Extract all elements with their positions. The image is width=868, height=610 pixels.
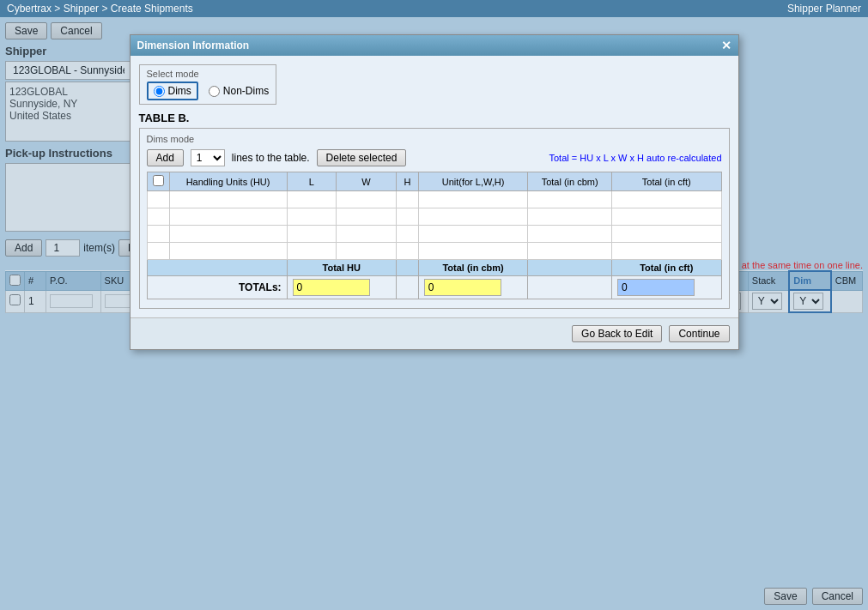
dim-empty-row-3	[147, 226, 721, 243]
dim-select-all[interactable]	[153, 175, 164, 186]
dims-mode-group: Dims mode Add 1235 lines to the table. D…	[139, 128, 730, 309]
dim-col-cft: Total (in cft)	[612, 172, 721, 191]
dim-col-hu: Handling Units (HU)	[169, 172, 287, 191]
top-bar-right: Shipper Planner	[787, 3, 861, 15]
modal-title: Dimension Information	[137, 39, 250, 51]
non-dims-radio-option[interactable]: Non-Dims	[209, 85, 269, 97]
formula-text: Total = HU x L x W x H auto re-calculate…	[549, 153, 721, 163]
dims-radio-option[interactable]: Dims	[147, 82, 198, 100]
modal-footer: Go Back to Edit Continue	[131, 317, 738, 349]
total-cbm-input[interactable]	[424, 279, 501, 296]
dim-empty-row-1	[147, 191, 721, 208]
dim-add-button[interactable]: Add	[147, 149, 184, 166]
select-mode-container: Select mode Dims Non-Dims	[139, 64, 730, 105]
modal-body: Select mode Dims Non-Dims	[131, 56, 738, 317]
dimension-modal: Dimension Information ✕ Select mode Dims	[130, 34, 739, 350]
continue-button[interactable]: Continue	[669, 325, 729, 342]
total-cbm-label: Total (in cbm)	[418, 260, 527, 276]
non-dims-radio-label: Non-Dims	[223, 85, 269, 97]
dim-col-l: L	[287, 172, 336, 191]
top-bar: Cybertrax > Shipper > Create Shipments S…	[0, 0, 868, 17]
delete-selected-dim-button[interactable]: Delete selected	[317, 149, 407, 166]
dims-radio-label: Dims	[168, 85, 191, 97]
total-cft-label: Total (in cft)	[612, 260, 721, 276]
radio-row: Dims Non-Dims	[147, 82, 270, 100]
planner-nav[interactable]: Planner	[826, 3, 861, 15]
dim-table: Handling Units (HU) L W H Unit(for L,W,H…	[147, 172, 722, 299]
lines-to-table-text: lines to the table.	[232, 152, 310, 164]
dims-toolbar: Add 1235 lines to the table. Delete sele…	[147, 149, 722, 166]
go-back-button[interactable]: Go Back to Edit	[572, 325, 662, 342]
modal-close-button[interactable]: ✕	[721, 39, 731, 52]
main-area: Save Cancel Shipper 123GLOBAL - Sunnysid…	[0, 17, 868, 610]
dim-lines-select[interactable]: 1235	[191, 149, 225, 166]
total-cft-input[interactable]	[617, 279, 695, 296]
dims-radio[interactable]	[154, 86, 165, 97]
dim-col-cbm: Total (in cbm)	[528, 172, 612, 191]
dim-empty-row-2	[147, 208, 721, 226]
modal-overlay: Dimension Information ✕ Select mode Dims	[0, 17, 868, 610]
dim-col-h: H	[396, 172, 418, 191]
dim-totals-header-row: Total HU Total (in cbm) Total (in cft)	[147, 260, 721, 276]
dim-col-w: W	[336, 172, 396, 191]
breadcrumb: Cybertrax > Shipper > Create Shipments	[7, 3, 193, 15]
select-mode-label: Select mode	[147, 69, 270, 79]
modal-title-bar: Dimension Information ✕	[131, 35, 738, 56]
dim-totals-input-row: TOTALs:	[147, 276, 721, 299]
shipper-nav[interactable]: Shipper	[787, 3, 822, 15]
select-mode-group: Select mode Dims Non-Dims	[139, 64, 277, 105]
dims-mode-label: Dims mode	[147, 134, 722, 144]
table-b-label: TABLE B.	[139, 112, 730, 124]
totals-label: TOTALs:	[147, 276, 287, 299]
total-hu-label: Total HU	[287, 260, 396, 276]
dim-empty-row-4	[147, 243, 721, 260]
dim-col-unit: Unit(for L,W,H)	[418, 172, 527, 191]
total-hu-input[interactable]	[293, 279, 370, 296]
non-dims-radio[interactable]	[209, 86, 220, 97]
